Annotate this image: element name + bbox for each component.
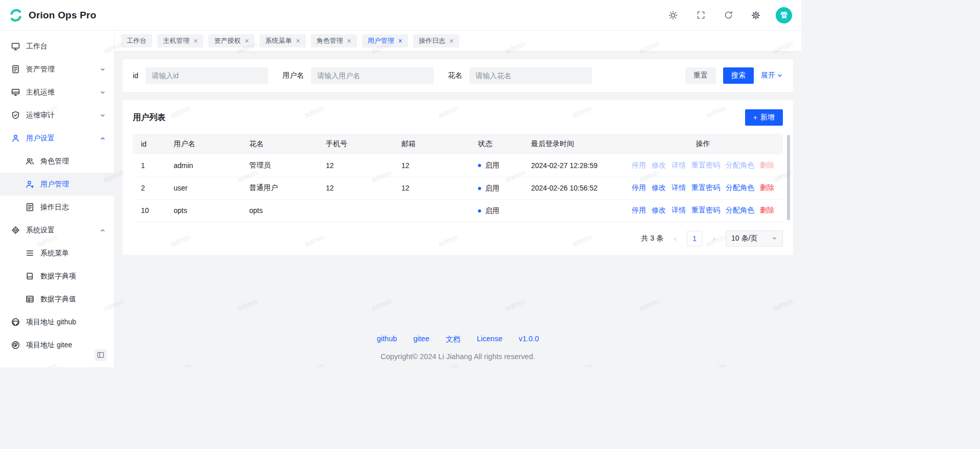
sidebar-item-github[interactable]: 项目地址 github <box>0 311 114 334</box>
cell-last-login: 2024-02-26 10:56:52 <box>523 177 623 199</box>
sidebar-collapse-button[interactable] <box>94 349 107 361</box>
page-size-select[interactable]: 10 条/页 <box>726 230 783 247</box>
tab-close-icon[interactable]: × <box>296 37 300 44</box>
action-delete[interactable]: 删除 <box>760 161 774 170</box>
action-edit[interactable]: 修改 <box>652 161 666 170</box>
sidebar-item-dict-keys[interactable]: 数据字典项 <box>0 265 114 288</box>
shield-icon <box>11 111 20 120</box>
action-reset-password[interactable]: 重置密码 <box>691 161 720 170</box>
cell-email: 12 <box>393 177 470 199</box>
action-reset-password[interactable]: 重置密码 <box>691 183 720 193</box>
sidebar-item-user-management[interactable]: 用户管理 <box>0 173 114 196</box>
table-scrollbar[interactable] <box>787 135 790 220</box>
refresh-button[interactable] <box>721 8 736 23</box>
action-detail[interactable]: 详情 <box>672 161 686 170</box>
chevron-down-icon <box>100 89 106 96</box>
filter-field-username: 用户名 <box>282 67 434 84</box>
sidebar-item-label: 数据字典项 <box>40 272 76 281</box>
monitor-icon <box>11 42 20 51</box>
footer-link-license[interactable]: License <box>477 335 503 344</box>
sidebar-item-system-settings[interactable]: 系统设置 <box>0 219 114 242</box>
tab-operation-log[interactable]: 操作日志 × <box>413 34 459 48</box>
action-reset-password[interactable]: 重置密码 <box>691 206 720 215</box>
action-disable[interactable]: 停用 <box>632 206 646 215</box>
action-assign-role[interactable]: 分配角色 <box>726 161 754 170</box>
sidebar-item-host-ops[interactable]: 主机运维 <box>0 81 114 104</box>
tab-system-menu[interactable]: 系统菜单 × <box>259 34 305 48</box>
sidebar-item-role-management[interactable]: 角色管理 <box>0 150 114 173</box>
sidebar-item-audit[interactable]: 运维审计 <box>0 104 114 127</box>
nickname-label: 花名 <box>448 71 462 80</box>
pagination-page-1[interactable]: 1 <box>687 231 702 246</box>
users-icon <box>26 157 34 166</box>
action-delete[interactable]: 删除 <box>760 206 774 215</box>
status-label: 启用 <box>485 161 499 170</box>
search-button[interactable]: 搜索 <box>723 67 754 84</box>
id-label: id <box>133 72 138 80</box>
action-detail[interactable]: 详情 <box>672 206 686 215</box>
cell-email <box>393 199 470 222</box>
tab-label: 操作日志 <box>419 36 445 45</box>
action-disable[interactable]: 停用 <box>632 183 646 193</box>
table-grid-icon <box>26 295 34 303</box>
action-delete[interactable]: 删除 <box>760 183 774 193</box>
col-header-actions: 操作 <box>623 134 783 154</box>
action-disable[interactable]: 停用 <box>632 161 646 170</box>
sidebar-item-system-menu[interactable]: 系统菜单 <box>0 242 114 265</box>
app-root: Orion Ops Pro <box>0 0 801 367</box>
action-assign-role[interactable]: 分配角色 <box>726 206 754 215</box>
menu-lines-icon <box>26 249 34 257</box>
pagination-next-button[interactable]: › <box>707 232 721 245</box>
avatar[interactable]: 管 <box>776 7 792 23</box>
sidebar-item-dict-values[interactable]: 数据字典值 <box>0 288 114 311</box>
tab-asset-authorization[interactable]: 资产授权 × <box>208 34 254 48</box>
user-table: id 用户名 花名 手机号 邮箱 状态 最后登录时间 操作 <box>133 134 783 222</box>
fullscreen-icon <box>697 11 705 19</box>
action-detail[interactable]: 详情 <box>672 183 686 193</box>
expand-label: 展开 <box>761 71 775 80</box>
footer-link-docs[interactable]: 文档 <box>446 335 461 344</box>
sidebar-item-label: 用户设置 <box>26 134 55 143</box>
chevron-up-icon <box>100 227 106 233</box>
tab-user-management[interactable]: 用户管理 × <box>362 34 408 48</box>
tab-close-icon[interactable]: × <box>449 37 453 44</box>
theme-toggle-button[interactable] <box>665 8 681 23</box>
sidebar-item-operation-log[interactable]: 操作日志 <box>0 196 114 219</box>
footer-link-gitee[interactable]: gitee <box>413 335 429 344</box>
footer-link-version[interactable]: v1.0.0 <box>519 335 539 344</box>
tab-role-management[interactable]: 角色管理 × <box>311 34 357 48</box>
id-input[interactable] <box>146 67 268 84</box>
action-assign-role[interactable]: 分配角色 <box>726 183 754 193</box>
pagination-prev-button[interactable]: ‹ <box>668 232 682 245</box>
sidebar-item-label: 数据字典值 <box>40 295 76 304</box>
sidebar-item-assets[interactable]: 资产管理 <box>0 58 114 81</box>
card-title: 用户列表 <box>133 112 165 123</box>
col-header-nickname: 花名 <box>241 134 318 154</box>
sidebar-item-label: 角色管理 <box>40 157 69 166</box>
gear-icon <box>751 11 760 20</box>
tab-workbench[interactable]: 工作台 <box>121 34 152 48</box>
tab-bar: 工作台 主机管理 × 资产授权 × 系统菜单 × 角色管理 × 用户管理 × <box>114 31 801 51</box>
settings-button[interactable] <box>748 8 763 23</box>
tab-close-icon[interactable]: × <box>347 37 351 44</box>
expand-filter-button[interactable]: 展开 <box>761 71 783 80</box>
fullscreen-button[interactable] <box>693 8 708 23</box>
tab-close-icon[interactable]: × <box>245 37 249 44</box>
tab-close-icon[interactable]: × <box>194 37 198 44</box>
add-user-button[interactable]: + 新增 <box>745 109 783 126</box>
nickname-input[interactable] <box>469 67 592 84</box>
action-edit[interactable]: 修改 <box>652 183 666 193</box>
refresh-icon <box>724 11 733 19</box>
sidebar-item-label: 工作台 <box>26 42 47 51</box>
username-label: 用户名 <box>282 71 304 80</box>
cell-nickname: 管理员 <box>241 154 318 177</box>
sidebar-item-user-settings[interactable]: 用户设置 <box>0 127 114 150</box>
footer-link-github[interactable]: github <box>377 335 397 344</box>
username-input[interactable] <box>311 67 434 84</box>
sidebar-item-workbench[interactable]: 工作台 <box>0 35 114 58</box>
action-edit[interactable]: 修改 <box>652 206 666 215</box>
tab-host-management[interactable]: 主机管理 × <box>157 34 203 48</box>
cell-username: opts <box>165 199 241 222</box>
tab-close-icon[interactable]: × <box>398 37 402 44</box>
reset-button[interactable]: 重置 <box>685 67 716 84</box>
